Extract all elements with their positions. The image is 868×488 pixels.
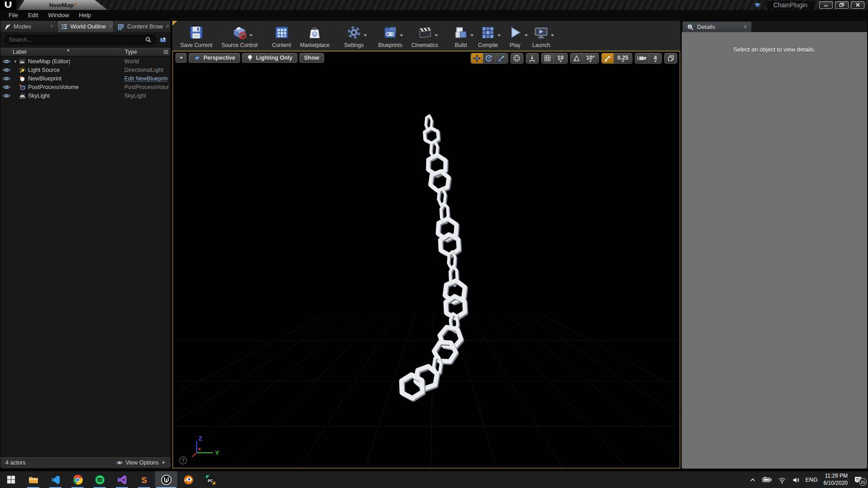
taskbar-explorer[interactable] [22,471,44,488]
clock[interactable]: 11:29 PM 6/10/2020 [824,473,848,487]
close-icon[interactable]: ✕ [49,24,53,29]
visibility-toggle[interactable] [0,67,13,73]
column-label[interactable]: Label [0,49,122,55]
taskbar-unreal[interactable] [155,471,177,488]
perspective-button[interactable]: Perspective [189,53,240,63]
visibility-toggle[interactable] [0,59,13,64]
close-icon[interactable]: ✕ [108,24,113,29]
battery-icon[interactable] [762,476,772,483]
source-control-icon [231,24,248,41]
build-button[interactable]: Build [448,23,473,48]
chain-actor[interactable] [401,116,466,399]
left-panel-tabs: Modes✕World Outline✕Content Brow✕ [0,21,170,32]
angle-snap-value[interactable]: 10° [583,53,599,63]
search-input[interactable] [9,37,142,43]
grid-snap-value[interactable]: 10 [554,53,567,63]
grid-snap-toggle[interactable] [542,53,554,63]
lighting-only-button[interactable]: Lighting Only [242,53,297,63]
maximize-viewport-button[interactable] [665,53,677,63]
marketplace-button[interactable]: Marketplace [296,23,334,48]
world-space-toggle[interactable] [511,53,523,63]
actor-label: PostProcessVolume [28,84,122,90]
compile-button[interactable]: Compile [473,23,502,48]
taskbar-windows-start[interactable] [0,471,22,488]
outliner-search-box[interactable] [5,35,156,45]
close-icon[interactable]: ✕ [165,24,170,29]
tab-content-brow[interactable]: Content Brow✕ [114,21,170,32]
angle-snap-toggle[interactable] [571,53,583,63]
expander-arrow-icon[interactable]: ▾ [13,59,18,64]
rotate-tool-button[interactable] [483,53,495,63]
outliner-row-newblueprint[interactable]: NewBlueprintEdit NewBlueprin [0,74,170,83]
menu-edit[interactable]: Edit [23,10,43,20]
visibility-toggle[interactable] [0,76,13,81]
outliner-row-newmap-editor[interactable]: ▾NewMap (Editor)World [0,57,170,66]
viewport-canvas[interactable]: Z Y x [173,52,679,468]
visibility-toggle[interactable] [0,93,13,99]
show-button[interactable]: Show [299,53,324,63]
pycharm-icon: PC [205,474,216,485]
windows-taskbar: SPC ENG 11:29 PM 6/10/2020 21 [0,471,868,488]
close-icon[interactable]: ✕ [743,24,747,30]
language-indicator[interactable]: ENG [806,477,818,483]
modes-icon [4,23,11,30]
chevron-down-icon: ▼ [161,460,165,465]
taskbar-pycharm[interactable]: PC [199,471,222,488]
content-button[interactable]: Content [268,23,296,48]
viewport-options-button[interactable] [175,53,187,63]
help-button[interactable]: ? [179,456,187,465]
postprocess-volume-icon [18,84,26,91]
content-icon [274,24,290,41]
taskbar-vscode[interactable] [44,471,66,488]
settings-button[interactable]: Settings [340,23,368,48]
save-current-button[interactable]: Save Current [176,23,217,48]
move-tool-button[interactable] [471,53,483,63]
close-button[interactable] [851,1,864,9]
outliner-row-skylight[interactable]: SkyLightSkyLight [0,91,170,100]
tab-world-outline[interactable]: World Outline✕ [57,21,114,32]
cinematics-button[interactable]: Cinematics [407,23,443,48]
notification-center-button[interactable]: 21 [854,475,863,484]
camera-speed-value[interactable]: 4 [649,53,661,63]
taskbar-chrome[interactable] [66,471,89,488]
visibility-toggle[interactable] [0,84,13,90]
play-button[interactable]: Play [502,23,528,48]
outliner-row-light-source[interactable]: Light SourceDirectionalLight [0,66,170,74]
taskbar-spotify[interactable] [89,471,111,488]
column-menu-icon[interactable] [163,49,169,55]
grid-snap-icon [543,54,552,62]
menu-window[interactable]: Window [43,10,74,20]
tab-details[interactable]: Details ✕ [683,22,751,32]
level-viewport[interactable]: Z Y x PerspectiveLighting OnlyShow [172,51,680,469]
menu-help[interactable]: Help [74,10,96,20]
save-icon [188,24,204,41]
taskbar-blender[interactable] [177,471,199,488]
volume-icon[interactable] [792,476,800,483]
taskbar-sublime[interactable]: S [133,471,155,488]
minimize-button[interactable] [819,1,833,9]
menu-file[interactable]: File [4,10,23,20]
edit-blueprint-link[interactable]: Edit NewBlueprin [122,75,170,82]
tab-modes[interactable]: Modes✕ [0,21,57,32]
project-tab[interactable]: NewMap* [18,0,108,10]
actor-count: 4 actors [5,460,25,466]
taskbar-visual-studio[interactable] [111,471,133,488]
folder-add-icon[interactable] [159,36,167,43]
launch-button[interactable]: Launch [528,23,554,48]
scale-tool-button[interactable] [495,53,508,63]
actor-type: SkyLight [122,93,170,99]
outliner-row-postprocessvolume[interactable]: PostProcessVolumePostProcessVolur [0,83,170,91]
surface-snap-button[interactable] [526,53,538,63]
toolbar-label: Blueprints [378,42,402,48]
wifi-icon[interactable] [778,476,786,483]
scale-snap-value[interactable]: 0.25 [614,53,632,63]
scale-snap-toggle[interactable] [602,53,614,63]
source-control-button[interactable]: Source Control [217,23,262,48]
blueprints-button[interactable]: Blueprints [374,23,407,48]
outliner-footer: 4 actors View Options ▼ [0,456,170,468]
view-options-button[interactable]: View Options ▼ [116,460,165,466]
tray-chevron-icon[interactable] [749,476,756,483]
restore-button[interactable] [835,1,849,9]
blender-icon [183,474,194,485]
camera-speed-button[interactable] [635,53,649,63]
